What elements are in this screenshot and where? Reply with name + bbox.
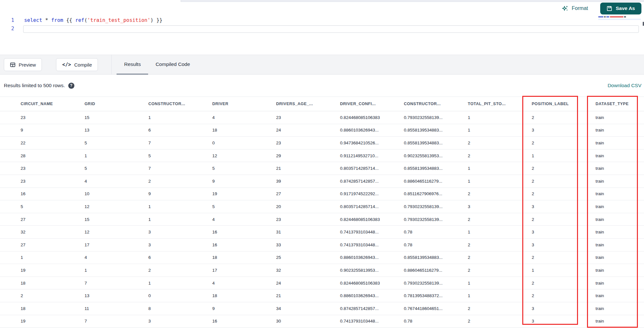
table-cell: 2: [511, 111, 575, 124]
active-line-highlight[interactable]: [23, 25, 639, 33]
table-cell: 0.8511627906976...: [383, 188, 447, 200]
table-cell: 0.78: [383, 226, 447, 238]
table-cell: 5: [64, 137, 128, 149]
table-cell: 17: [64, 239, 128, 251]
table-cell: 7: [128, 137, 192, 149]
table-cell: 9: [0, 124, 64, 137]
table-cell: 2: [447, 239, 511, 251]
table-cell: 23: [0, 175, 64, 187]
table-cell: 2: [511, 137, 575, 149]
table-cell: 3: [511, 302, 575, 315]
table-cell: 24: [256, 277, 319, 289]
table-cell: 2: [511, 289, 575, 302]
code-text: [14, 24, 24, 33]
table-row: 231514230.8244680851063830.7930232558139…: [0, 111, 644, 124]
table-cell: 2: [447, 150, 511, 162]
table-cell: 0.8558139534883...: [383, 124, 447, 137]
table-cell: 0.8860103626943...: [319, 289, 383, 302]
table-cell: 1: [447, 175, 511, 187]
save-as-button[interactable]: Save As: [600, 3, 641, 14]
table-row: 2717316330.7413793103448...0.7823train: [0, 239, 644, 251]
table-cell: 2: [511, 188, 575, 200]
save-as-label: Save As: [616, 5, 635, 11]
results-tabs: ResultsCompiled Code: [117, 55, 197, 75]
table-cell: 0: [128, 289, 192, 302]
column-header: DRIVERS_AGE_...: [256, 97, 319, 111]
code-line[interactable]: 1select * from {{ ref('train_test_positi…: [0, 16, 644, 24]
compile-button[interactable]: </> Compile: [56, 58, 98, 71]
help-icon[interactable]: ?: [68, 83, 74, 89]
format-button[interactable]: Format: [562, 5, 588, 12]
table-cell: 0.7413793103448...: [319, 226, 383, 238]
table-cell: train: [575, 289, 639, 302]
table-cell: 18: [192, 124, 255, 137]
results-toolbar: Preview </> Compile ResultsCompiled Code: [0, 55, 644, 75]
table-cell: 1: [447, 277, 511, 289]
table-cell: 23: [256, 213, 319, 226]
table-cell: 2: [511, 251, 575, 264]
table-cell: 0.7930232558139...: [383, 200, 447, 213]
table-cell: 2: [447, 264, 511, 277]
column-header: POSITION_LABEL: [511, 97, 575, 111]
tab-compiled-code[interactable]: Compiled Code: [148, 55, 197, 75]
table-cell: 19: [0, 264, 64, 277]
tab-results[interactable]: Results: [117, 55, 148, 75]
compile-label: Compile: [74, 62, 92, 68]
table-cell: 0.8742857142857...: [319, 302, 383, 315]
table-cell: 4: [192, 213, 255, 226]
table-row: 1610919270.9171974522292...0.85116279069…: [0, 188, 644, 201]
sql-editor[interactable]: 1select * from {{ ref('train_test_positi…: [0, 2, 644, 55]
column-header: DRIVER: [192, 97, 255, 111]
table-cell: 3: [511, 124, 575, 137]
table-cell: 0.8558139534883...: [383, 251, 447, 264]
table-cell: 13: [64, 289, 128, 302]
table-cell: 24: [256, 124, 319, 137]
table-cell: 0.7674418604651...: [383, 302, 447, 315]
table-cell: 11: [64, 302, 128, 315]
table-cell: 0: [192, 137, 255, 149]
table-cell: train: [575, 150, 639, 162]
table-cell: 15: [64, 111, 128, 124]
table-cell: 32: [256, 264, 319, 277]
table-cell: 18: [192, 251, 255, 264]
table-cell: 1: [447, 111, 511, 124]
table-cell: 16: [192, 315, 255, 328]
table-cell: 0.8035714285714...: [319, 162, 383, 175]
results-table: CIRCUIT_NAMEGRIDCONSTRUCTOR...DRIVERDRIV…: [0, 96, 644, 328]
table-cell: 4: [64, 251, 128, 264]
table-cell: 1: [128, 111, 192, 124]
download-csv-link[interactable]: Download CSV: [608, 83, 641, 88]
table-cell: train: [575, 200, 639, 213]
table-cell: 2: [128, 264, 192, 277]
code-icon: </>: [62, 62, 71, 68]
table-cell: 9: [192, 302, 255, 315]
table-cell: 1: [0, 251, 64, 264]
table-cell: 13: [64, 124, 128, 137]
table-cell: 3: [511, 226, 575, 238]
table-cell: 0.7930232558139...: [383, 277, 447, 289]
table-cell: 0.7413793103448...: [319, 239, 383, 251]
preview-button[interactable]: Preview: [4, 58, 42, 71]
table-cell: train: [575, 162, 639, 175]
table-cell: 5: [0, 200, 64, 213]
table-cell: 2: [447, 315, 511, 328]
table-cell: 18: [0, 277, 64, 289]
table-row: 23429390.8742857142857...0.8860465116279…: [0, 175, 644, 188]
editor-minimap[interactable]: [598, 16, 641, 22]
table-cell: 19: [0, 315, 64, 328]
editor-scrollbar[interactable]: [643, 22, 644, 26]
table-cell: 2: [128, 175, 192, 187]
table-cell: 3: [511, 239, 575, 251]
table-cell: 27: [0, 213, 64, 226]
column-header: TOTAL_PIT_STO...: [447, 97, 511, 111]
table-cell: 1: [447, 162, 511, 175]
table-row: 3212316310.7413793103448...0.7813train: [0, 226, 644, 239]
table-cell: 1: [511, 150, 575, 162]
table-cell: 1: [64, 150, 128, 162]
table-cell: 1: [128, 213, 192, 226]
table-cell: 7: [64, 315, 128, 328]
table-cell: 4: [192, 111, 255, 124]
table-cell: train: [575, 239, 639, 251]
format-label: Format: [572, 5, 588, 11]
table-cell: 32: [0, 226, 64, 238]
